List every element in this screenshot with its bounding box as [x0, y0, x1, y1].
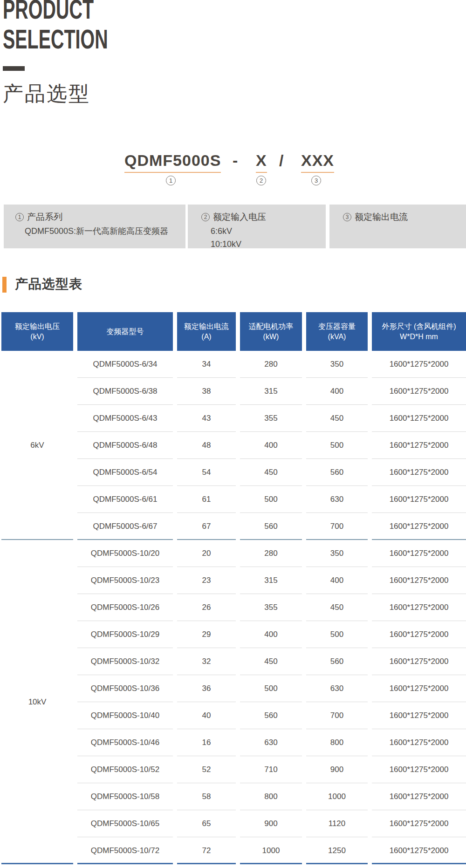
table-row: QDMF5000S-6/43433554501600*1275*2000 [0, 405, 466, 432]
cell-power: 900 [240, 810, 302, 837]
legend-line: QDMF5000S:新一代高新能高压变频器 [25, 225, 185, 238]
legend-title: 2 额定输入电压 [201, 211, 326, 223]
legend-title-text: 额定输出电流 [355, 211, 408, 223]
cell-dimensions: 1600*1275*2000 [372, 486, 466, 513]
voltage-group-cell [1, 837, 73, 864]
cell-current: 52 [177, 756, 236, 783]
cell-current: 16 [177, 729, 236, 756]
page-title-zh: 产品选型 [3, 80, 90, 108]
cell-capacity: 1250 [306, 837, 368, 864]
table-row: QDMF5000S-10/32324505601600*1275*2000 [0, 648, 466, 675]
cell-capacity: 450 [306, 405, 368, 432]
voltage-group-cell [1, 810, 73, 837]
table-row: QDMF5000S-10/46166308001600*1275*2000 [0, 729, 466, 756]
voltage-group-cell [1, 756, 73, 783]
cell-power: 450 [240, 459, 302, 486]
column-header-line1: 变压器容量 [318, 321, 356, 332]
cell-current: 36 [177, 675, 236, 702]
voltage-group-cell [1, 540, 73, 567]
cell-dimensions: 1600*1275*2000 [372, 567, 466, 594]
voltage-group-cell [1, 594, 73, 621]
cell-model: QDMF5000S-10/20 [77, 540, 173, 567]
cell-dimensions: 1600*1275*2000 [372, 810, 466, 837]
legend-title-text: 额定输入电压 [213, 211, 266, 223]
cell-capacity: 630 [306, 486, 368, 513]
table-row: QDMF5000S-6/34342803501600*1275*2000 [0, 351, 466, 378]
column-header-line2: (kW) [263, 332, 279, 342]
cell-model: QDMF5000S-10/52 [77, 756, 173, 783]
cell-model: QDMF5000S-10/29 [77, 621, 173, 648]
table-row: QDMF5000S-6/38383154001600*1275*2000 [0, 378, 466, 405]
output-current-code: XXX [301, 151, 334, 173]
cell-current: 43 [177, 405, 236, 432]
cell-current: 48 [177, 432, 236, 459]
cell-power: 800 [240, 783, 302, 810]
cell-dimensions: 1600*1275*2000 [372, 351, 466, 378]
cell-model: QDMF5000S-10/32 [77, 648, 173, 675]
marker-1-icon: 1 [15, 213, 24, 221]
model-code-separator-2: / [279, 151, 284, 170]
cell-capacity: 1120 [306, 810, 368, 837]
voltage-group-cell [1, 405, 73, 432]
column-header-line1: 额定输出电流 [184, 321, 229, 332]
marker-3-icon: 3 [311, 176, 321, 185]
cell-current: 38 [177, 378, 236, 405]
cell-model: QDMF5000S-6/54 [77, 459, 173, 486]
cell-power: 500 [240, 486, 302, 513]
cell-model: QDMF5000S-6/67 [77, 513, 173, 540]
page-title-en-line2: SELECTION [3, 24, 108, 54]
voltage-group-cell [1, 351, 73, 378]
cell-current: 34 [177, 351, 236, 378]
input-voltage-code: X [256, 151, 267, 173]
input-voltage-segment: X [256, 151, 267, 173]
cell-capacity: 560 [306, 459, 368, 486]
cell-current: 58 [177, 783, 236, 810]
cell-model: QDMF5000S-6/48 [77, 432, 173, 459]
cell-power: 400 [240, 432, 302, 459]
model-code-separator-1: - [233, 151, 238, 170]
cell-capacity: 400 [306, 567, 368, 594]
cell-capacity: 1000 [306, 783, 368, 810]
cell-power: 400 [240, 621, 302, 648]
voltage-group-cell [1, 486, 73, 513]
cell-capacity: 700 [306, 702, 368, 729]
cell-dimensions: 1600*1275*2000 [372, 459, 466, 486]
table-row: QDMF5000S-6/67675607001600*1275*2000 [0, 513, 466, 540]
cell-model: QDMF5000S-10/72 [77, 837, 173, 864]
marker-1-icon: 1 [166, 176, 176, 185]
cell-capacity: 800 [306, 729, 368, 756]
cell-current: 65 [177, 810, 236, 837]
cell-power: 280 [240, 540, 302, 567]
cell-dimensions: 1600*1275*2000 [372, 756, 466, 783]
cell-capacity: 900 [306, 756, 368, 783]
table-row: QDMF5000S-10/26263554501600*1275*2000 [0, 594, 466, 621]
voltage-group-cell [1, 621, 73, 648]
cell-current: 20 [177, 540, 236, 567]
legend-title-text: 产品系列 [27, 211, 62, 223]
page-title-en-line1: PRODUCT [3, 0, 108, 24]
column-header-model: 变频器型号 [77, 312, 173, 351]
model-series-code: QDMF5000S [124, 151, 221, 173]
cell-dimensions: 1600*1275*2000 [372, 837, 466, 864]
cell-dimensions: 1600*1275*2000 [372, 621, 466, 648]
cell-dimensions: 1600*1275*2000 [372, 432, 466, 459]
section-accent-bar [2, 277, 7, 293]
column-header-output-current: 额定输出电流 (A) [177, 312, 236, 351]
cell-dimensions: 1600*1275*2000 [372, 675, 466, 702]
cell-power: 500 [240, 675, 302, 702]
cell-capacity: 560 [306, 648, 368, 675]
legend-box-product-series: 1 产品系列 QDMF5000S:新一代高新能高压变频器 [4, 205, 185, 248]
cell-dimensions: 1600*1275*2000 [372, 702, 466, 729]
title-divider [3, 66, 25, 71]
legend-title: 1 产品系列 [15, 211, 185, 223]
column-header-line2: (A) [201, 332, 211, 342]
cell-dimensions: 1600*1275*2000 [372, 648, 466, 675]
cell-dimensions: 1600*1275*2000 [372, 405, 466, 432]
legend-line: 6:6kV [211, 225, 326, 238]
cell-current: 29 [177, 621, 236, 648]
model-series-segment: QDMF5000S [124, 151, 221, 173]
cell-current: 67 [177, 513, 236, 540]
cell-capacity: 500 [306, 432, 368, 459]
cell-dimensions: 1600*1275*2000 [372, 378, 466, 405]
cell-dimensions: 1600*1275*2000 [372, 540, 466, 567]
